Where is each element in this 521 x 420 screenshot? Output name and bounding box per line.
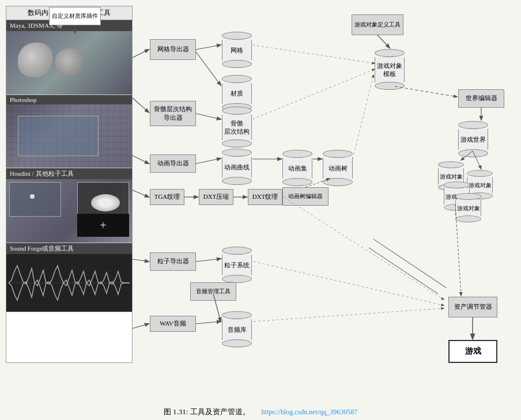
dxt-texture-box: DXT纹理 — [248, 189, 282, 205]
svg-line-29 — [252, 69, 375, 119]
material-cylinder: 材质 — [222, 75, 252, 111]
caption-link[interactable]: https://blog.csdn.net/qq_39630587 — [262, 408, 358, 417]
soundforge-section: Sound Forge或音频工具 — [6, 243, 132, 312]
photoshop-title: Photoshop — [6, 95, 132, 104]
game-object-template-cylinder: 游戏对象 模板 — [375, 49, 405, 90]
svg-line-28 — [252, 45, 375, 63]
photoshop-section: Photoshop — [6, 95, 132, 168]
dcc-panel: 数码内容创作（DCC）工具 Maya, 3DSMAX, 等 Photoshop … — [6, 6, 133, 363]
maya-image — [6, 31, 132, 94]
game-world-cylinder: 游戏世界 — [458, 121, 488, 157]
anim-set-cylinder: 动画集 — [282, 150, 312, 186]
svg-line-34 — [284, 197, 444, 300]
custom-plugin-box: 自定义材质库插件 — [49, 7, 101, 25]
world-editor-box: 世界编辑器 — [458, 89, 504, 108]
svg-line-2 — [133, 98, 149, 112]
svg-line-5 — [133, 259, 149, 262]
particle-exporter-box: 粒子导出器 — [150, 252, 196, 271]
game-object-def-box: 游戏对象定义工具 — [352, 14, 403, 35]
svg-line-11 — [196, 158, 221, 164]
svg-line-6 — [133, 324, 149, 328]
svg-line-14 — [196, 259, 221, 262]
animation-exporter-box: 动画导出器 — [150, 154, 196, 173]
svg-line-30 — [353, 75, 373, 159]
audio-manager-box: 音频管理工具 — [190, 282, 236, 301]
houdini-image: + — [6, 179, 132, 243]
photoshop-image — [6, 104, 132, 168]
anim-curve-cylinder: 动画曲线 — [222, 149, 252, 185]
wav-audio-box: WAV音频 — [150, 316, 196, 332]
svg-line-8 — [196, 45, 221, 50]
asset-manager-box: 资产调节管器 — [448, 297, 497, 317]
caption-text: 图 1.31: 工具及资产管道。 — [164, 407, 250, 417]
svg-line-26 — [373, 239, 447, 288]
tga-texture-box: TGA纹理 — [150, 189, 184, 205]
svg-line-10 — [196, 113, 221, 119]
houdini-section: Houdini / 其他粒子工具 + — [6, 168, 132, 243]
audio-library-cylinder: 音频库 — [222, 311, 252, 347]
svg-line-1 — [133, 50, 149, 58]
anim-tree-editor-box: 动画树编辑器 — [282, 187, 329, 206]
svg-line-4 — [133, 190, 149, 197]
skeleton-cylinder: 骨骼 层次结构 — [222, 107, 252, 147]
mesh-cylinder: 网格 — [222, 32, 252, 68]
diagram: 数码内容创作（DCC）工具 Maya, 3DSMAX, 等 Photoshop … — [0, 0, 521, 403]
svg-line-32 — [254, 262, 444, 305]
svg-line-9 — [196, 52, 221, 85]
dxt-compress-box: DXT压缩 — [199, 189, 233, 205]
svg-line-20 — [377, 35, 390, 48]
caption-area: 图 1.31: 工具及资产管道。 https://blog.csdn.net/q… — [0, 403, 521, 420]
svg-line-16 — [196, 321, 221, 324]
skeleton-exporter-box: 骨骼层次结构 导出器 — [150, 101, 196, 126]
soundforge-image — [6, 254, 132, 312]
svg-line-33 — [254, 308, 444, 321]
game-box: 游戏 — [448, 340, 497, 363]
soundforge-title: Sound Forge或音频工具 — [6, 243, 132, 254]
maya-section: Maya, 3DSMAX, 等 — [6, 20, 132, 95]
houdini-title: Houdini / 其他粒子工具 — [6, 168, 132, 179]
game-object4-cylinder: 游戏对象 — [455, 193, 481, 222]
particle-system-cylinder: 粒子系统 — [222, 247, 252, 283]
anim-tree-cylinder: 动画树 — [323, 150, 353, 186]
svg-line-3 — [133, 156, 149, 164]
mesh-exporter-box: 网格导出器 — [150, 39, 196, 60]
svg-line-25 — [369, 248, 438, 294]
